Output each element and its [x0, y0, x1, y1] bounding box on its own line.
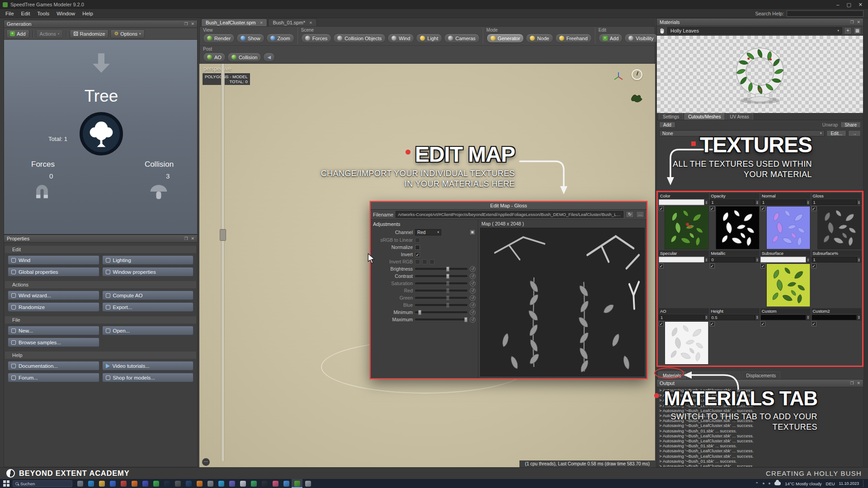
tray-expand-icon[interactable]: ⌃ — [755, 481, 759, 486]
slider-reset-button[interactable]: ↺ — [470, 281, 476, 286]
taskbar-search[interactable]: Suchen — [13, 480, 72, 487]
texture-checkbox[interactable]: ✓ — [659, 263, 664, 268]
options-button[interactable]: ⚙Options▾ — [110, 29, 144, 38]
taskbar-icon-skype[interactable] — [281, 479, 292, 488]
channel-select[interactable]: Red▾ — [415, 229, 441, 235]
texture-slot-custom2[interactable]: Custom2▲▼✓ — [811, 308, 862, 365]
texture-swatch[interactable] — [811, 314, 857, 320]
taskbar-icon-firefox[interactable] — [129, 479, 140, 488]
float-panel-icon[interactable]: ❐ — [184, 236, 188, 241]
texture-value-field[interactable]: 1 — [710, 199, 755, 205]
texture-slot-metallic[interactable]: Metallic0▲▼✓ — [710, 250, 760, 307]
slider-handle[interactable] — [418, 310, 421, 315]
texture-value-field[interactable]: 1 — [760, 199, 806, 205]
tab-displacements[interactable]: Displacements — [742, 371, 781, 379]
add-button[interactable]: +Add — [599, 33, 623, 43]
taskbar-icon-vscode[interactable] — [216, 479, 226, 488]
edit-cutout-button[interactable]: Edit... — [826, 130, 846, 136]
slider-reset-button[interactable]: ↺ — [470, 310, 476, 315]
button-video-tutorials[interactable]: Video tutorials... — [102, 361, 194, 371]
forces-button[interactable]: Forces — [301, 33, 332, 43]
texture-swatch[interactable] — [659, 199, 704, 205]
slider-reset-button[interactable]: ↺ — [470, 302, 476, 308]
slider-track[interactable] — [415, 282, 467, 284]
button-window-properties[interactable]: Window properties — [102, 267, 194, 277]
slider-reset-button[interactable]: ↺ — [470, 266, 476, 272]
taskbar-icon-speedtree[interactable] — [292, 479, 302, 488]
material-select[interactable]: Holly Leaves▾ — [667, 27, 842, 34]
texture-thumbnail[interactable] — [817, 206, 862, 249]
material-grid-button[interactable]: ▦ — [854, 27, 861, 34]
add-generator-button[interactable]: +Add — [6, 29, 29, 38]
maximize-button[interactable]: ▢ — [846, 2, 851, 8]
slider-handle[interactable] — [446, 281, 449, 286]
texture-value-field[interactable]: 1 — [811, 257, 857, 263]
slider-track[interactable] — [415, 304, 467, 306]
taskbar-icon-steam[interactable] — [161, 479, 172, 488]
button-randomize[interactable]: Randomize — [8, 302, 99, 312]
output-lines[interactable]: > Autosaving '~Bush_LeafCluster.sbk' ...… — [657, 387, 863, 467]
tray-icon[interactable] — [769, 483, 770, 484]
button-wind[interactable]: Wind — [8, 255, 99, 265]
pan-hand-icon[interactable] — [659, 28, 665, 34]
node-mode-button[interactable]: Node — [526, 33, 553, 43]
texture-checkbox[interactable]: ✓ — [659, 206, 664, 211]
texture-checkbox[interactable]: ✓ — [811, 263, 816, 268]
magnet-icon[interactable] — [32, 181, 52, 201]
slider-reset-button[interactable]: ↺ — [470, 317, 476, 323]
slider-handle[interactable] — [446, 303, 449, 308]
slider-handle[interactable] — [446, 274, 449, 279]
taskbar-icon-terminal[interactable] — [259, 479, 270, 488]
wind-button[interactable]: Wind — [387, 33, 414, 43]
slider-handle[interactable] — [446, 288, 449, 293]
slider-track[interactable] — [415, 311, 467, 313]
start-button[interactable] — [2, 480, 10, 487]
float-panel-icon[interactable]: ❐ — [850, 381, 854, 385]
taskbar-icon-spotify[interactable] — [151, 479, 161, 488]
float-panel-icon[interactable]: ❐ — [850, 20, 854, 24]
texture-slot-subsurface[interactable]: Subsurface▲▼✓ — [760, 250, 811, 307]
texture-spinner[interactable]: ▲▼ — [806, 314, 811, 320]
generator-mode-button[interactable]: Generator — [486, 33, 524, 43]
tab-cutouts-meshes[interactable]: Cutouts/Meshes — [684, 113, 725, 120]
edit-map-preview[interactable] — [480, 228, 645, 376]
texture-slot-color[interactable]: Color▲▼✓ — [659, 193, 709, 249]
language-indicator[interactable]: DEU — [826, 481, 835, 486]
tab-uv-areas[interactable]: UV Areas — [726, 113, 753, 120]
back-button[interactable]: ◀ — [263, 52, 275, 62]
slider-reset-button[interactable]: ↺ — [470, 288, 476, 294]
texture-slot-height[interactable]: Height0.5▲▼✓ — [710, 308, 760, 365]
tray-icon[interactable] — [763, 483, 764, 484]
render-button[interactable]: Render — [203, 33, 235, 43]
randomize-button[interactable]: ⚄Randomize — [70, 29, 108, 38]
apply-arrow-button[interactable]: → — [848, 130, 861, 136]
texture-slot-opacity[interactable]: Opacity1▲▼✓ — [710, 193, 760, 249]
checkbox[interactable] — [415, 245, 420, 250]
float-panel-icon[interactable]: ❐ — [184, 22, 188, 26]
texture-spinner[interactable]: ▲▼ — [755, 257, 760, 263]
taskbar-icon-edge[interactable] — [85, 479, 96, 488]
show-desktop-button[interactable] — [863, 480, 864, 487]
button-wind-wizard[interactable]: Wind wizard... — [8, 291, 99, 300]
show-button[interactable]: Show — [236, 33, 264, 43]
taskbar-icon-settings[interactable] — [302, 479, 313, 488]
taskbar-icon-paint[interactable] — [270, 479, 281, 488]
checkbox[interactable]: ✓ — [415, 252, 420, 257]
tree-node[interactable] — [80, 112, 123, 155]
menu-file[interactable]: File — [2, 10, 18, 17]
menu-tools[interactable]: Tools — [33, 10, 53, 17]
texture-spinner[interactable]: ▲▼ — [704, 257, 709, 263]
share-button[interactable]: Share — [840, 122, 861, 128]
camera-label[interactable]: perspective — [203, 66, 231, 72]
taskbar-icon-chrome[interactable] — [118, 479, 129, 488]
zoom-button[interactable]: Zoom — [266, 33, 294, 43]
texture-thumbnail[interactable] — [766, 206, 811, 249]
menu-help[interactable]: Help — [79, 10, 97, 17]
taskbar-icon-store[interactable] — [107, 479, 118, 488]
leaf-cluster-model[interactable] — [630, 92, 643, 103]
close-button[interactable]: ✕ — [859, 2, 863, 8]
button-global-properties[interactable]: Global properties — [8, 267, 99, 277]
button-browse-samples[interactable]: Browse samples... — [8, 338, 99, 347]
taskbar-icon-obs[interactable] — [172, 479, 183, 488]
texture-slot-ao[interactable]: AO1▲▼✓ — [659, 308, 709, 365]
